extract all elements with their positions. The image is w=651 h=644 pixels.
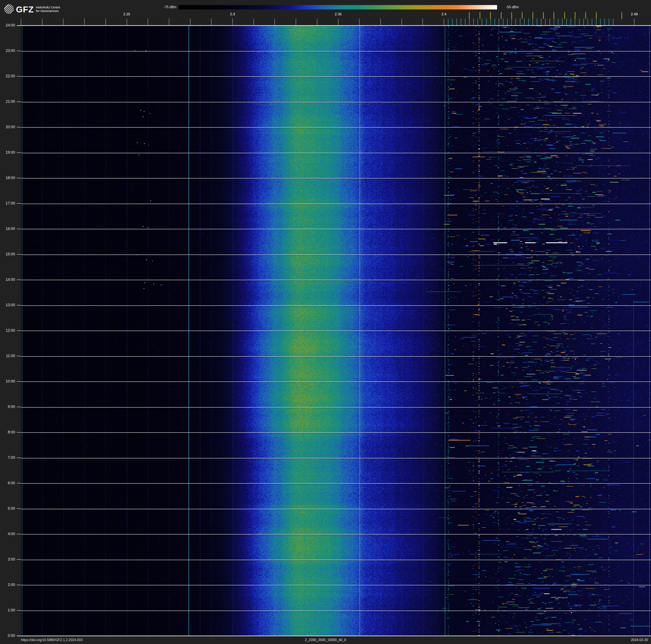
freq-minor-tick xyxy=(317,19,317,25)
wifi-channel-tick xyxy=(554,12,554,19)
freq-minor-tick xyxy=(84,19,85,25)
freq-tick-label: 2.4 xyxy=(441,12,446,17)
ble-channel-tick xyxy=(503,19,503,25)
ble-channel-tick xyxy=(604,19,605,25)
time-label: 19:00 xyxy=(0,150,15,155)
time-label: 20:00 xyxy=(0,125,15,129)
time-tick xyxy=(17,254,21,255)
ble-channel-tick xyxy=(452,19,453,25)
ble-channel-tick xyxy=(613,19,613,25)
ble-channel-tick xyxy=(575,19,575,25)
ble-channel-tick xyxy=(524,19,525,25)
time-tick xyxy=(17,280,21,280)
time-tick xyxy=(17,458,21,458)
ble-channel-tick xyxy=(566,19,567,25)
wifi-channel-tick xyxy=(469,12,470,19)
spectrogram-heatmap xyxy=(21,25,651,636)
freq-minor-tick xyxy=(402,19,402,25)
wifi-channel-tick xyxy=(543,12,544,19)
wifi-channel-tick xyxy=(596,12,597,19)
freq-minor-tick xyxy=(423,19,423,25)
time-tick xyxy=(17,101,21,102)
time-tick xyxy=(17,534,21,534)
ble-channel-tick xyxy=(570,19,571,25)
time-label: 15:00 xyxy=(0,252,15,257)
time-tick xyxy=(17,559,21,560)
wifi-channel-tick xyxy=(512,12,512,19)
ble-channel-tick xyxy=(541,19,541,25)
time-tick xyxy=(17,127,21,127)
ble-channel-tick xyxy=(469,19,470,25)
freq-minor-tick xyxy=(275,19,275,25)
freq-minor-tick xyxy=(634,19,634,25)
freq-tick-label: 2.25 xyxy=(123,12,130,17)
ble-channel-tick xyxy=(537,19,537,25)
date-label: 2024-02-20 xyxy=(631,638,648,642)
wifi-channel-tick xyxy=(564,12,565,19)
dataset-id-label: 2_2200_2500_10000_40_0 xyxy=(305,638,346,642)
time-tick xyxy=(17,305,21,305)
ble-channel-tick xyxy=(596,19,596,25)
time-axis: 24:0023:0022:0021:0020:0019:0018:0017:00… xyxy=(0,0,21,644)
time-label: 0:00 xyxy=(0,634,15,638)
time-label: 4:00 xyxy=(0,532,15,536)
frequency-axis: 2.252.32.352.42.49 xyxy=(0,0,651,26)
time-tick xyxy=(17,636,21,636)
time-label: 12:00 xyxy=(0,328,15,333)
ble-channel-tick xyxy=(579,19,580,25)
time-label: 23:00 xyxy=(0,49,15,53)
ble-channel-tick xyxy=(512,19,512,25)
freq-minor-tick xyxy=(63,19,63,25)
ble-channel-tick xyxy=(554,19,554,25)
time-label: 13:00 xyxy=(0,303,15,307)
freq-tick-label: 2.3 xyxy=(230,12,235,17)
wifi-channel-tick xyxy=(501,12,501,19)
time-label: 14:00 xyxy=(0,277,15,282)
freq-minor-tick xyxy=(296,19,296,25)
wifi-channel-tick xyxy=(490,12,491,19)
ble-channel-tick xyxy=(609,19,609,25)
time-label: 21:00 xyxy=(0,99,15,104)
time-label: 9:00 xyxy=(0,405,15,409)
time-tick xyxy=(17,203,21,204)
time-tick xyxy=(17,432,21,433)
ble-channel-tick xyxy=(457,19,457,25)
time-tick xyxy=(17,356,21,356)
ble-channel-tick xyxy=(545,19,546,25)
time-label: 8:00 xyxy=(0,430,15,435)
ble-channel-tick xyxy=(528,19,529,25)
time-label: 24:00 xyxy=(0,23,15,28)
ble-channel-tick xyxy=(448,19,448,25)
ble-channel-tick xyxy=(520,19,520,25)
wifi-channel-tick xyxy=(585,12,586,19)
freq-minor-tick xyxy=(444,19,444,25)
time-tick xyxy=(17,407,21,407)
time-label: 2:00 xyxy=(0,583,15,587)
wifi-channel-tick xyxy=(575,12,576,19)
wifi-channel-tick xyxy=(479,12,480,19)
plot-bottom-axis-line xyxy=(17,636,651,636)
time-label: 22:00 xyxy=(0,74,15,79)
ble-channel-tick xyxy=(592,19,592,25)
freq-minor-tick xyxy=(169,19,169,25)
ble-channel-tick xyxy=(516,19,516,25)
freq-tick-label: 2.49 xyxy=(631,12,638,17)
time-tick xyxy=(17,152,21,153)
doi-link[interactable]: https://doi.org/10.5880/GFZ.1.2.2024.003 xyxy=(21,638,83,642)
ble-channel-tick xyxy=(583,19,584,25)
time-tick xyxy=(17,76,21,77)
freq-minor-tick xyxy=(148,19,148,25)
freq-minor-tick xyxy=(127,19,127,25)
plot-top-axis-line xyxy=(17,25,651,26)
freq-minor-tick xyxy=(211,19,212,25)
ble-channel-tick xyxy=(562,19,563,25)
ble-channel-tick xyxy=(533,19,533,25)
ble-channel-tick xyxy=(477,19,478,25)
time-label: 5:00 xyxy=(0,506,15,511)
time-label: 16:00 xyxy=(0,227,15,231)
ble-channel-tick xyxy=(507,19,507,25)
wifi-channel-tick xyxy=(522,12,523,19)
time-tick xyxy=(17,330,21,331)
freq-minor-tick xyxy=(232,19,233,25)
time-tick xyxy=(17,229,21,229)
